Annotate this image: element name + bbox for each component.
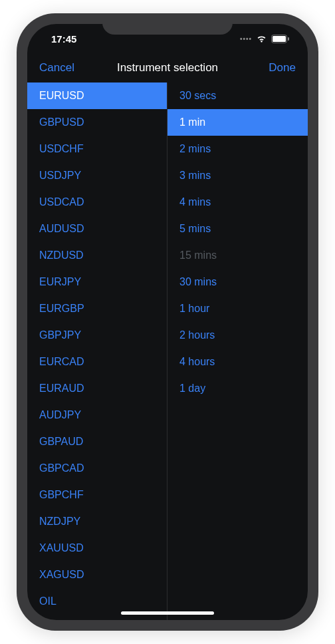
instrument-item[interactable]: GBPJPY (27, 322, 167, 349)
timeframe-item-label: 15 mins (179, 249, 217, 261)
device-notch (102, 13, 233, 35)
timeframe-item[interactable]: 4 hours (168, 349, 308, 375)
page-title: Instrument selection (117, 61, 218, 75)
timeframe-item[interactable]: 4 mins (168, 189, 308, 216)
instrument-item-label: GBPCAD (39, 462, 84, 474)
svg-rect-2 (288, 37, 289, 41)
instrument-item[interactable]: EURJPY (27, 269, 167, 295)
instrument-item-label: GBPCHF (39, 489, 84, 501)
timeframe-item-label: 1 day (179, 383, 205, 395)
instrument-item[interactable]: EURAUD (27, 375, 167, 402)
instrument-item-label: XAGUSD (39, 569, 84, 581)
timeframe-item-label: 4 mins (179, 196, 211, 208)
status-time: 17:45 (51, 33, 76, 45)
instrument-item[interactable]: NZDUSD (27, 242, 167, 269)
instrument-item-label: AUDUSD (39, 223, 84, 235)
instrument-item[interactable]: GBPCAD (27, 455, 167, 482)
timeframe-item-label: 2 mins (179, 143, 211, 155)
instrument-item[interactable]: USDCAD (27, 189, 167, 216)
instrument-item[interactable]: AUDJPY (27, 402, 167, 428)
instrument-item[interactable]: EURGBP (27, 295, 167, 322)
instrument-item-label: USDJPY (39, 170, 81, 182)
cellular-dots-icon: •••• (240, 35, 252, 43)
instrument-item[interactable]: USDCHF (27, 136, 167, 162)
screen: 17:45 •••• Cancel Instrument selection D… (27, 24, 308, 620)
instrument-item-label: EURAUD (39, 383, 84, 395)
timeframe-item[interactable]: 30 secs (168, 82, 308, 109)
instrument-item[interactable]: NZDJPY (27, 508, 167, 535)
timeframe-item-label: 1 hour (179, 303, 209, 315)
timeframe-item-label: 30 mins (179, 276, 217, 288)
instrument-item[interactable]: XAGUSD (27, 562, 167, 588)
timeframe-item[interactable]: 30 mins (168, 269, 308, 295)
instrument-item[interactable]: OIL (27, 588, 167, 615)
lists-container: EURUSDGBPUSDUSDCHFUSDJPYUSDCADAUDUSDNZDU… (27, 82, 308, 620)
instrument-item[interactable]: GBPCHF (27, 482, 167, 508)
status-right: •••• (240, 35, 289, 43)
timeframe-item[interactable]: 2 mins (168, 136, 308, 162)
instrument-item-label: EURUSD (39, 90, 84, 102)
instrument-list[interactable]: EURUSDGBPUSDUSDCHFUSDJPYUSDCADAUDUSDNZDU… (27, 82, 168, 620)
battery-icon (271, 35, 289, 43)
timeframe-item-label: 4 hours (179, 356, 215, 368)
timeframe-item[interactable]: 15 mins (168, 242, 308, 269)
home-indicator[interactable] (121, 611, 214, 615)
instrument-item-label: GBPUSD (39, 116, 84, 128)
timeframe-item-label: 1 min (179, 116, 205, 128)
instrument-item-label: AUDJPY (39, 409, 81, 421)
instrument-item-label: OIL (39, 595, 56, 607)
instrument-item[interactable]: GBPUSD (27, 109, 167, 136)
instrument-item-label: USDCAD (39, 196, 84, 208)
instrument-item[interactable]: GBPAUD (27, 428, 167, 455)
instrument-item-label: NZDJPY (39, 516, 80, 528)
wifi-icon (256, 35, 267, 43)
timeframe-item[interactable]: 1 hour (168, 295, 308, 322)
instrument-item[interactable]: USDJPY (27, 162, 167, 189)
timeframe-item[interactable]: 3 mins (168, 162, 308, 189)
instrument-item[interactable]: XAUUSD (27, 535, 167, 562)
timeframe-item-label: 3 mins (179, 170, 211, 182)
cancel-button[interactable]: Cancel (39, 61, 79, 75)
timeframe-item[interactable]: 2 hours (168, 322, 308, 349)
instrument-item[interactable]: AUDUSD (27, 216, 167, 242)
nav-bar: Cancel Instrument selection Done (27, 53, 308, 82)
instrument-item-label: GBPAUD (39, 436, 83, 448)
instrument-item[interactable]: EURCAD (27, 349, 167, 375)
device-frame: 17:45 •••• Cancel Instrument selection D… (17, 13, 318, 631)
timeframe-item-label: 30 secs (179, 90, 216, 102)
instrument-item[interactable]: EURUSD (27, 82, 167, 109)
instrument-item-label: USDCHF (39, 143, 84, 155)
timeframe-item[interactable]: 5 mins (168, 216, 308, 242)
timeframe-item[interactable]: 1 min (168, 109, 308, 136)
timeframe-item-label: 5 mins (179, 223, 211, 235)
instrument-item-label: EURCAD (39, 356, 84, 368)
timeframe-item[interactable]: 1 day (168, 375, 308, 402)
instrument-item-label: NZDUSD (39, 249, 84, 261)
timeframe-list[interactable]: 30 secs1 min2 mins3 mins4 mins5 mins15 m… (168, 82, 308, 620)
instrument-item-label: EURJPY (39, 276, 81, 288)
done-button[interactable]: Done (256, 61, 296, 75)
svg-rect-1 (273, 36, 286, 42)
timeframe-item-label: 2 hours (179, 329, 215, 341)
instrument-item-label: EURGBP (39, 303, 84, 315)
instrument-item-label: XAUUSD (39, 542, 84, 554)
instrument-item-label: GBPJPY (39, 329, 81, 341)
